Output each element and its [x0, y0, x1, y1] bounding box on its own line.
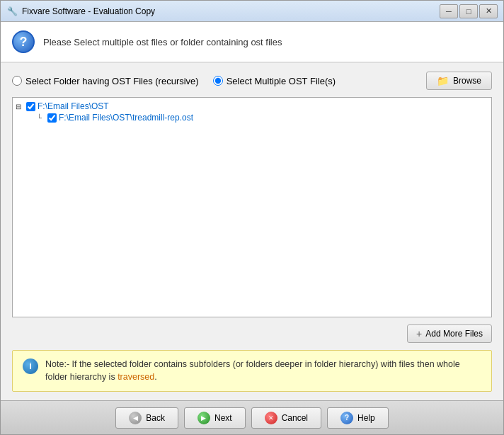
- window-controls: ─ □ ✕: [440, 4, 498, 18]
- browse-icon: 📁: [437, 75, 449, 86]
- tree-child-checkbox[interactable]: [47, 113, 57, 123]
- footer-bar: ◀ Back ▶ Next ✕ Cancel ? Help: [1, 400, 503, 434]
- back-button[interactable]: ◀ Back: [115, 407, 178, 429]
- app-icon: 🔧: [6, 6, 18, 17]
- radio-files-label: Select Multiple OST File(s): [227, 76, 336, 86]
- next-label: Next: [214, 413, 232, 423]
- add-more-files-button[interactable]: + Add More Files: [407, 324, 492, 343]
- tree-expand-icon[interactable]: ⊟: [16, 103, 24, 111]
- back-label: Back: [146, 413, 165, 423]
- radio-options-row: Select Folder having OST Files (recursiv…: [12, 72, 492, 90]
- tree-root-node: ⊟ F:\Email Files\OST: [16, 101, 488, 112]
- tree-root-checkbox[interactable]: [26, 102, 35, 111]
- add-files-icon: +: [416, 328, 422, 339]
- note-text: Note:- If the selected folder contains s…: [45, 358, 481, 385]
- minimize-button[interactable]: ─: [440, 4, 458, 18]
- tree-child-connector: └: [37, 114, 45, 122]
- radio-folder-label: Select Folder having OST Files (recursiv…: [25, 76, 199, 86]
- help-label: Help: [357, 413, 375, 423]
- note-info-icon: i: [23, 358, 38, 374]
- header-section: ? Please Select multiple ost files or fo…: [1, 22, 503, 63]
- cancel-label: Cancel: [282, 413, 308, 423]
- file-tree-container[interactable]: ⊟ F:\Email Files\OST └ F:\Email Files\OS…: [12, 97, 492, 317]
- note-section: i Note:- If the selected folder contains…: [12, 350, 492, 392]
- note-text-part1: Note:- If the selected folder contains s…: [45, 359, 460, 383]
- note-text-part2: .: [154, 372, 156, 382]
- help-icon: ?: [340, 412, 353, 424]
- close-button[interactable]: ✕: [479, 4, 498, 18]
- cancel-button[interactable]: ✕ Cancel: [251, 407, 321, 429]
- radio-option-folder[interactable]: Select Folder having OST Files (recursiv…: [12, 76, 199, 86]
- header-info-icon: ?: [12, 30, 35, 53]
- help-button[interactable]: ? Help: [327, 407, 389, 429]
- radio-option-files[interactable]: Select Multiple OST File(s): [213, 76, 336, 86]
- tree-child-path[interactable]: F:\Email Files\OST\treadmill-rep.ost: [59, 113, 193, 123]
- window-title: Fixvare Software - Evaluation Copy: [22, 6, 440, 16]
- radio-folder[interactable]: [12, 76, 22, 86]
- add-files-label: Add More Files: [425, 329, 483, 339]
- add-files-row: + Add More Files: [12, 324, 492, 343]
- content-area: Select Folder having OST Files (recursiv…: [1, 63, 503, 400]
- tree-root-path[interactable]: F:\Email Files\OST: [38, 101, 109, 111]
- next-icon: ▶: [197, 412, 210, 424]
- main-window: 🔧 Fixvare Software - Evaluation Copy ─ □…: [0, 0, 504, 435]
- title-bar: 🔧 Fixvare Software - Evaluation Copy ─ □…: [1, 1, 503, 22]
- radio-files[interactable]: [213, 76, 223, 86]
- cancel-icon: ✕: [265, 412, 277, 424]
- browse-label: Browse: [453, 76, 481, 86]
- browse-button[interactable]: 📁 Browse: [426, 72, 492, 90]
- note-highlight: traversed: [118, 372, 154, 382]
- maximize-button[interactable]: □: [459, 4, 478, 18]
- tree-child-node: └ F:\Email Files\OST\treadmill-rep.ost: [37, 112, 488, 123]
- next-button[interactable]: ▶ Next: [184, 407, 246, 429]
- back-icon: ◀: [129, 412, 142, 424]
- header-message: Please Select multiple ost files or fold…: [43, 37, 282, 47]
